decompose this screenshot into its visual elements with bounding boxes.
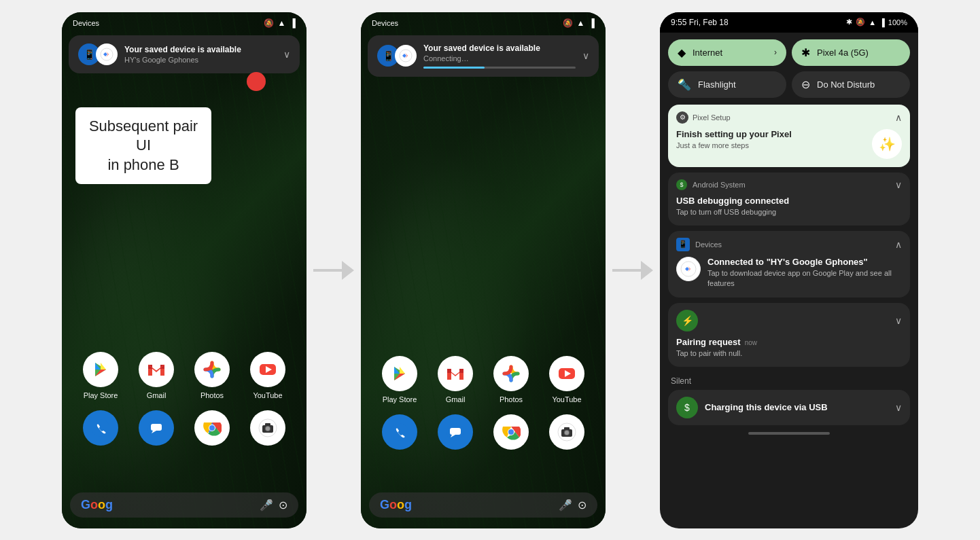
devices-app-name: Devices bbox=[695, 240, 890, 249]
app-icon-playstore-1 bbox=[83, 352, 118, 387]
pairing-notif-header: ⚡ ∨ bbox=[668, 303, 910, 334]
usb-app-name: Android System bbox=[693, 181, 890, 189]
app-item-playstore-1[interactable]: Play Store bbox=[79, 352, 122, 399]
devices-notif-title: Connected to "HY's Google Gphones" bbox=[707, 257, 902, 267]
pixel-setup-collapse[interactable]: ∧ bbox=[895, 112, 902, 123]
pairing-notif[interactable]: ⚡ ∨ Pairing request now Tap to pair with… bbox=[668, 303, 910, 367]
shade-status-bar: 9:55 Fri, Feb 18 ✱ 🔕 ▲ ▐ 100% bbox=[660, 12, 918, 33]
app-icon-youtube-1 bbox=[250, 352, 285, 387]
tile-flashlight[interactable]: 🔦 Flashlight bbox=[668, 71, 786, 98]
status-bar-1: Devices 🔕 ▲ ▐ bbox=[62, 12, 307, 31]
pairing-expand[interactable]: ∨ bbox=[895, 315, 902, 326]
wifi-icon-2: ▲ bbox=[577, 18, 585, 28]
notif-subtitle-2: Connecting… bbox=[423, 54, 576, 62]
bluetooth-icon: ✱ bbox=[846, 18, 852, 26]
notif-expand-1[interactable]: ∨ bbox=[283, 49, 290, 60]
status-bar-left-2: Devices bbox=[372, 19, 398, 27]
app-item-camera-1[interactable] bbox=[246, 410, 290, 450]
svg-point-7 bbox=[92, 419, 109, 437]
app-grid-2: Play Store Gmail bbox=[361, 356, 606, 461]
tile-internet-label: Internet bbox=[693, 48, 722, 58]
lens-icon-2: ⊙ bbox=[578, 499, 587, 511]
mute-icon-1: 🔕 bbox=[264, 18, 274, 28]
tile-flashlight-label: Flashlight bbox=[698, 79, 736, 90]
progress-bar-bg bbox=[423, 67, 576, 69]
app-icon-messages-2 bbox=[438, 414, 473, 450]
dnd-tile-icon: ⊖ bbox=[801, 78, 810, 91]
arrow-1 bbox=[313, 258, 354, 283]
svg-marker-4 bbox=[101, 363, 106, 370]
charging-title: Charging this device via USB bbox=[705, 402, 888, 412]
charging-expand[interactable]: ∨ bbox=[895, 402, 902, 413]
usb-expand[interactable]: ∨ bbox=[895, 179, 902, 190]
app-item-photos-1[interactable]: Photos bbox=[190, 352, 234, 399]
usb-app-icon: $ bbox=[676, 179, 687, 190]
search-bar-1[interactable]: Goog 🎤 ⊙ bbox=[70, 492, 298, 518]
devices-notif[interactable]: 📱 Devices ∧ Connected to "HY's Google Gp… bbox=[668, 231, 910, 298]
svg-point-33 bbox=[508, 429, 514, 435]
app-item-photos-2[interactable]: Photos bbox=[489, 356, 533, 403]
svg-rect-9 bbox=[151, 424, 162, 431]
arrow-1-container bbox=[307, 258, 361, 283]
usb-debugging-notif[interactable]: $ Android System ∨ USB debugging connect… bbox=[668, 173, 910, 226]
section-label-silent: Silent bbox=[668, 372, 910, 390]
app-icon-chrome-2 bbox=[493, 414, 529, 450]
red-dot bbox=[247, 72, 266, 91]
wifi-tile-icon: ◆ bbox=[678, 46, 686, 59]
app-icon-camera-2 bbox=[549, 414, 584, 450]
pixel-setup-notif[interactable]: ⚙ Pixel Setup ∧ Finish setting up your P… bbox=[668, 105, 910, 167]
label-overlay: Subsequent pair UI in phone B bbox=[75, 107, 211, 185]
app-label-youtube-2: YouTube bbox=[552, 395, 581, 403]
tile-dnd[interactable]: ⊖ Do Not Disturb bbox=[792, 71, 910, 98]
app-item-youtube-2[interactable]: YouTube bbox=[545, 356, 589, 403]
app-item-chrome-2[interactable] bbox=[489, 414, 533, 450]
app-label-gmail-2: Gmail bbox=[446, 395, 466, 403]
notif-text-2: Your saved device is available Connectin… bbox=[423, 43, 576, 69]
pixel-setup-header: ⚙ Pixel Setup ∧ bbox=[668, 105, 910, 126]
wifi-icon-1: ▲ bbox=[278, 18, 286, 28]
app-item-phone-2[interactable] bbox=[378, 414, 421, 450]
notif-icon-gphones-2 bbox=[395, 45, 417, 67]
label-text: Subsequent pair UI in phone B bbox=[88, 117, 199, 175]
charging-notif[interactable]: $ Charging this device via USB ∨ bbox=[668, 390, 910, 425]
app-label-photos-2: Photos bbox=[500, 395, 523, 403]
tile-pixel[interactable]: ✱ Pixel 4a (5G) bbox=[792, 39, 910, 66]
app-label-youtube-1: YouTube bbox=[253, 391, 282, 399]
tile-internet[interactable]: ◆ Internet › bbox=[668, 39, 786, 66]
app-icon-chrome-1 bbox=[194, 410, 230, 446]
tile-dnd-label: Do Not Disturb bbox=[817, 79, 875, 90]
devices-expand[interactable]: ∧ bbox=[895, 239, 902, 250]
app-item-messages-1[interactable] bbox=[135, 410, 178, 450]
notif-icon-gphones-1 bbox=[96, 43, 118, 65]
dock-row-2 bbox=[372, 414, 595, 450]
app-icon-camera-1 bbox=[250, 410, 285, 446]
app-item-messages-2[interactable] bbox=[434, 414, 477, 450]
app-item-camera-2[interactable] bbox=[545, 414, 589, 450]
battery-icon-3: ▐ bbox=[879, 18, 885, 26]
notif-icons-2: 📱 bbox=[377, 45, 417, 67]
search-bar-2[interactable]: Goog 🎤 ⊙ bbox=[369, 492, 597, 518]
devices-notif-text: Connected to "HY's Google Gphones" Tap t… bbox=[707, 257, 902, 289]
svg-point-14 bbox=[209, 425, 215, 431]
app-row-2: Play Store Gmail bbox=[372, 356, 595, 403]
notif-card-inner-2: 📱 Your saved device is available Connect… bbox=[377, 43, 589, 69]
app-item-gmail-2[interactable]: Gmail bbox=[434, 356, 477, 403]
pixel-setup-app-row: ⚙ Pixel Setup bbox=[676, 111, 731, 124]
app-icon-gmail-1 bbox=[139, 352, 174, 387]
app-item-gmail-1[interactable]: Gmail bbox=[135, 352, 178, 399]
status-bar-icons-2: 🔕 ▲ ▐ bbox=[563, 18, 595, 28]
app-label-photos-1: Photos bbox=[200, 391, 224, 399]
app-icon-photos-2 bbox=[493, 356, 529, 391]
notification-card-1[interactable]: 📱 Your saved device is available HY's Go… bbox=[69, 35, 300, 73]
tile-pixel-label: Pixel 4a (5G) bbox=[817, 48, 869, 58]
app-grid-1: Play Store Gmail bbox=[62, 352, 307, 461]
notif-expand-2[interactable]: ∨ bbox=[582, 50, 589, 61]
usb-notif-body: USB debugging connected Tap to turn off … bbox=[668, 193, 910, 226]
notif-icon-group-1: 📱 bbox=[78, 43, 118, 65]
app-item-playstore-2[interactable]: Play Store bbox=[378, 356, 421, 403]
app-item-phone-1[interactable] bbox=[79, 410, 122, 450]
app-item-chrome-1[interactable] bbox=[190, 410, 234, 450]
notification-card-2[interactable]: 📱 Your saved device is available Connect… bbox=[368, 35, 599, 77]
app-item-youtube-1[interactable]: YouTube bbox=[246, 352, 290, 399]
battery-icon-1: ▐ bbox=[290, 18, 296, 28]
